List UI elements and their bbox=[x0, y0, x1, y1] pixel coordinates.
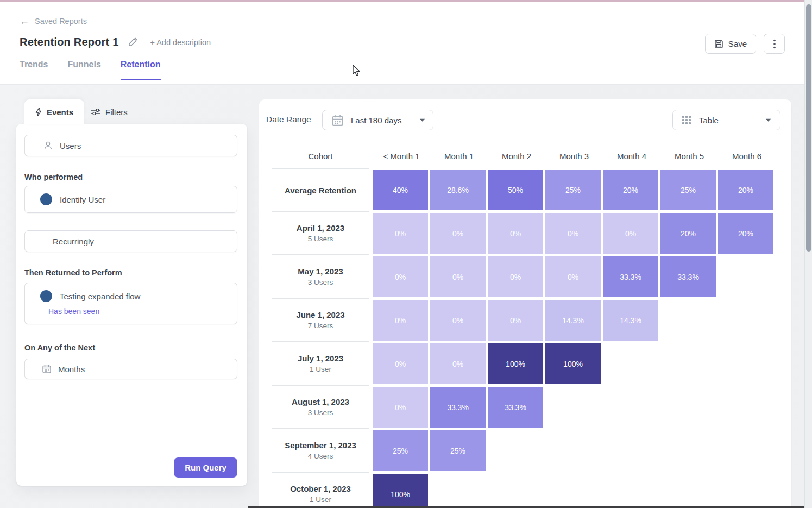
back-label: Saved Reports bbox=[35, 17, 87, 26]
retention-cell[interactable]: 0% bbox=[603, 213, 658, 254]
retention-cell[interactable]: 33.3% bbox=[603, 256, 658, 297]
main-content: Events Filters Users Who performed Ident… bbox=[0, 85, 812, 508]
cohort-user-count: 1 User bbox=[310, 365, 331, 373]
back-arrow-icon: ← bbox=[20, 16, 29, 26]
retention-cell[interactable]: 20% bbox=[660, 213, 716, 254]
tab-filters[interactable]: Filters bbox=[91, 99, 128, 124]
pencil-icon bbox=[128, 37, 137, 47]
column-header: Month 6 bbox=[718, 152, 776, 161]
cohort-cell: June 1, 20237 Users bbox=[272, 298, 369, 342]
cohort-cell: July 1, 20231 User bbox=[272, 342, 369, 385]
vertical-scrollbar[interactable] bbox=[804, 0, 812, 508]
date-range-select[interactable]: Last 180 days bbox=[322, 110, 433, 130]
retention-cell[interactable]: 0% bbox=[430, 343, 486, 384]
cohort-label: June 1, 2023 bbox=[296, 310, 344, 319]
date-range-label: Date Range bbox=[266, 115, 311, 124]
retention-cell[interactable]: 33.3% bbox=[488, 387, 543, 428]
retention-cell[interactable]: 100% bbox=[488, 343, 543, 384]
retention-cell[interactable]: 28.6% bbox=[430, 170, 486, 210]
report-header: ← Saved Reports Retention Report 1 + Add… bbox=[0, 0, 812, 85]
retention-cell[interactable]: 25% bbox=[660, 170, 716, 210]
view-type-select[interactable]: Table bbox=[672, 110, 780, 130]
event-color-dot bbox=[40, 193, 52, 205]
retention-cell[interactable]: 100% bbox=[545, 343, 601, 384]
tab-trends[interactable]: Trends bbox=[20, 60, 48, 80]
cohort-label: September 1, 2023 bbox=[285, 441, 356, 450]
chevron-down-icon bbox=[419, 118, 425, 122]
back-link[interactable]: ← Saved Reports bbox=[20, 16, 87, 26]
cohort-cell: October 1, 20231 User bbox=[272, 472, 369, 508]
retention-cell[interactable]: 0% bbox=[430, 300, 486, 341]
retention-cell[interactable]: 25% bbox=[545, 170, 601, 210]
retention-cell[interactable]: 14.3% bbox=[545, 300, 601, 341]
app-window: ← Saved Reports Retention Report 1 + Add… bbox=[0, 0, 812, 508]
retention-cell[interactable]: 0% bbox=[488, 256, 543, 297]
cohort-cell: August 1, 20233 Users bbox=[272, 385, 369, 429]
scrollbar-thumb[interactable] bbox=[806, 4, 811, 252]
tab-events[interactable]: Events bbox=[24, 99, 84, 124]
table-row: May 1, 20233 Users0%0%0%0%33.3%33.3% bbox=[272, 255, 776, 299]
retention-cell[interactable]: 0% bbox=[545, 256, 601, 297]
table-row: September 1, 20234 Users25%25% bbox=[272, 429, 776, 473]
save-label: Save bbox=[728, 39, 747, 48]
table-row: July 1, 20231 User0%0%100%100% bbox=[272, 342, 776, 386]
retention-cell[interactable]: 0% bbox=[373, 213, 428, 254]
return-event-value: Testing expanded flow bbox=[60, 292, 140, 301]
table-row: Average Retention40%28.6%50%25%20%25%20% bbox=[272, 168, 776, 212]
retention-cell[interactable]: 0% bbox=[430, 213, 486, 254]
retention-cell[interactable]: 40% bbox=[373, 170, 428, 210]
retention-cell[interactable]: 20% bbox=[718, 213, 773, 254]
return-condition-link[interactable]: Has been seen bbox=[48, 307, 99, 316]
retention-cell[interactable]: 0% bbox=[373, 256, 428, 297]
cohort-cell: Average Retention bbox=[272, 168, 369, 212]
page-title: Retention Report 1 bbox=[20, 36, 119, 48]
cohort-cell: May 1, 20233 Users bbox=[272, 255, 369, 298]
tab-funnels[interactable]: Funnels bbox=[67, 60, 100, 80]
performed-event-selector[interactable]: Identify User bbox=[24, 186, 237, 213]
frequency-selector[interactable]: Recurringly bbox=[24, 230, 237, 252]
retention-cell[interactable]: 20% bbox=[603, 170, 658, 210]
retention-cell[interactable]: 0% bbox=[373, 387, 428, 428]
users-selector-value: Users bbox=[60, 141, 81, 150]
save-icon bbox=[714, 39, 723, 48]
table-row: April 1, 20235 Users0%0%0%0%0%20%20% bbox=[272, 212, 776, 255]
retention-cell[interactable]: 33.3% bbox=[430, 387, 486, 428]
window-top-border bbox=[0, 0, 812, 2]
grid-icon bbox=[682, 116, 691, 124]
retention-table: Cohort< Month 1Month 1Month 2Month 3Mont… bbox=[272, 147, 776, 508]
retention-cell[interactable]: 25% bbox=[430, 430, 486, 471]
panel-footer-divider bbox=[16, 447, 247, 447]
calendar-icon bbox=[42, 365, 51, 373]
retention-cell[interactable]: 0% bbox=[373, 343, 428, 384]
horizontal-scrollbar[interactable] bbox=[248, 506, 812, 508]
retention-cell[interactable]: 0% bbox=[430, 256, 486, 297]
retention-cell[interactable]: 0% bbox=[545, 213, 601, 254]
retention-table-header: Cohort< Month 1Month 1Month 2Month 3Mont… bbox=[272, 147, 776, 165]
cohort-cell: September 1, 20234 Users bbox=[272, 429, 369, 472]
more-options-button[interactable] bbox=[764, 34, 785, 54]
return-event-selector[interactable]: Testing expanded flow Has been seen bbox=[24, 283, 237, 324]
retention-table-body: Average Retention40%28.6%50%25%20%25%20%… bbox=[272, 168, 776, 508]
tab-filters-label: Filters bbox=[105, 108, 128, 117]
retention-cell[interactable]: 0% bbox=[373, 300, 428, 341]
column-header: < Month 1 bbox=[373, 152, 430, 161]
cohort-user-count: 3 Users bbox=[308, 278, 333, 286]
table-row: August 1, 20233 Users0%33.3%33.3% bbox=[272, 386, 776, 429]
run-query-button[interactable]: Run Query bbox=[174, 457, 237, 478]
retention-cell[interactable]: 0% bbox=[488, 300, 543, 341]
unit-selector[interactable]: Months bbox=[24, 359, 237, 379]
edit-title-button[interactable] bbox=[127, 36, 139, 48]
tab-retention[interactable]: Retention bbox=[121, 60, 161, 80]
save-button[interactable]: Save bbox=[705, 34, 756, 54]
retention-cell[interactable]: 33.3% bbox=[660, 256, 716, 297]
retention-cell[interactable]: 20% bbox=[718, 170, 773, 210]
users-selector[interactable]: Users bbox=[24, 135, 237, 156]
retention-cell[interactable]: 25% bbox=[373, 430, 428, 471]
retention-cell[interactable]: 50% bbox=[488, 170, 543, 210]
retention-cell[interactable]: 100% bbox=[373, 474, 428, 508]
retention-cell[interactable]: 0% bbox=[488, 213, 543, 254]
column-header: Month 5 bbox=[660, 152, 718, 161]
cohort-label: October 1, 2023 bbox=[290, 484, 351, 493]
retention-cell[interactable]: 14.3% bbox=[603, 300, 658, 341]
add-description-button[interactable]: + Add description bbox=[150, 38, 211, 47]
